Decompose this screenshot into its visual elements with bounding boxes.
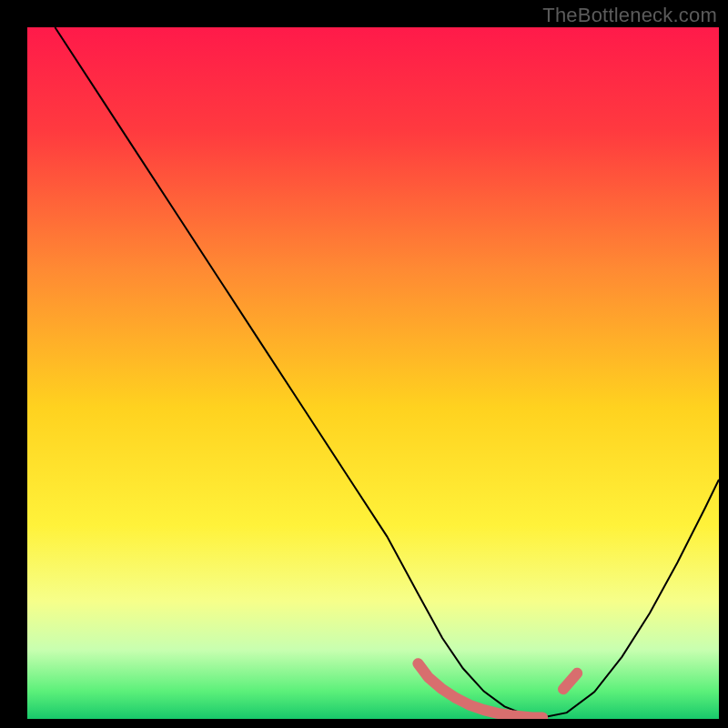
bottleneck-chart [27, 27, 719, 719]
gradient-background [27, 27, 719, 719]
plot-area [27, 27, 719, 719]
watermark-text: TheBottleneck.com [542, 4, 717, 27]
chart-frame: TheBottleneck.com [0, 0, 728, 728]
